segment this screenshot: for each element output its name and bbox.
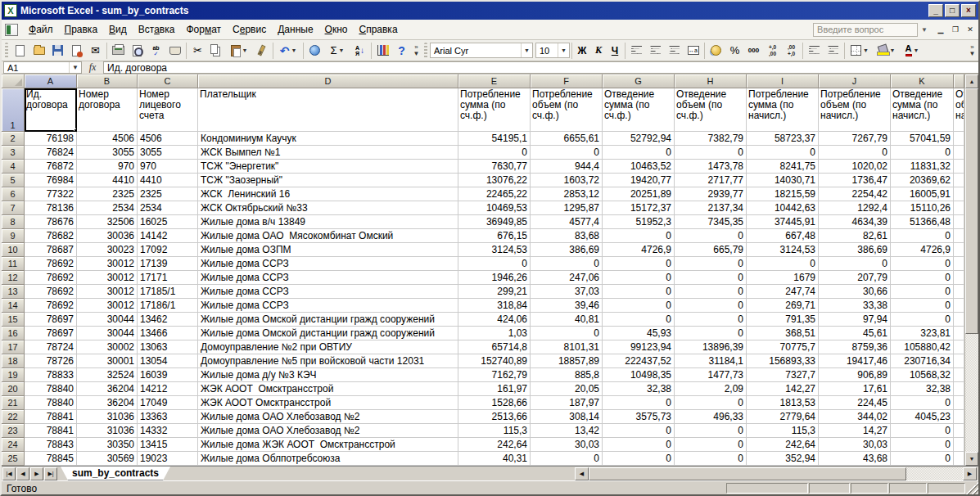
fill-handle[interactable] (74, 129, 77, 132)
cell[interactable]: 352,94 (747, 452, 819, 466)
new-button[interactable] (11, 42, 29, 60)
cell[interactable]: 7327,7 (747, 368, 819, 382)
row-header-12[interactable]: 12 (2, 271, 25, 285)
cell[interactable]: 13415 (138, 438, 198, 452)
column-header-e[interactable]: E (458, 74, 531, 88)
cell[interactable]: 13363 (138, 410, 198, 424)
cell[interactable]: 39,46 (531, 299, 603, 313)
cell[interactable]: 18215,59 (747, 187, 819, 201)
paste-dropdown-icon[interactable]: ▼ (242, 47, 248, 53)
undo-button[interactable]: ↶▼ (275, 42, 301, 60)
cell[interactable]: 2254,42 (819, 187, 891, 201)
cell[interactable]: 30,03 (531, 438, 603, 452)
cell[interactable]: Жилые дома ССРЗ (198, 285, 458, 299)
bold-button[interactable]: Ж (574, 43, 590, 59)
cell[interactable]: Жилые дома ССРЗ (198, 271, 458, 285)
cell[interactable]: 8759,36 (819, 340, 891, 354)
cell[interactable]: 4726,9 (891, 243, 954, 257)
cell[interactable]: 18857,89 (531, 354, 603, 368)
currency-button[interactable] (707, 42, 725, 60)
cell[interactable]: 0 (603, 299, 675, 313)
cell[interactable]: 17171 (138, 271, 198, 285)
autosum-dropdown-icon[interactable]: ▼ (339, 47, 345, 53)
cell[interactable]: 0 (458, 257, 531, 271)
cell[interactable]: 31036 (77, 410, 138, 424)
borders-dropdown-icon[interactable]: ▼ (863, 47, 869, 53)
cell[interactable]: 269,71 (747, 299, 819, 313)
cell[interactable]: 344,02 (819, 410, 891, 424)
cell[interactable]: 17186/1 (138, 299, 198, 313)
align-center-button[interactable] (646, 42, 665, 60)
cell[interactable]: 19420,77 (603, 174, 675, 187)
cell[interactable]: 222437,52 (603, 354, 675, 368)
cell[interactable]: 78845 (25, 452, 77, 466)
cell[interactable]: Жилые дома ОАО Мясокомбинат Омский (198, 229, 458, 243)
cell[interactable]: 51366,48 (891, 215, 954, 229)
cell[interactable]: 0 (603, 313, 675, 327)
email-button[interactable]: ✉ (86, 42, 105, 60)
cell[interactable]: 0 (458, 146, 531, 160)
cell[interactable] (954, 257, 964, 271)
cell[interactable]: 65714,8 (458, 340, 531, 354)
cell[interactable]: 0 (675, 271, 747, 285)
cell[interactable]: 1295,87 (531, 201, 603, 215)
cell[interactable]: 7382,79 (675, 132, 747, 146)
cell[interactable]: 224,45 (819, 396, 891, 410)
row-header-8[interactable]: 8 (2, 215, 25, 229)
menu-item-формат[interactable]: Формат (180, 21, 227, 38)
cell[interactable]: 2325 (77, 187, 138, 201)
cell[interactable]: 16039 (138, 368, 198, 382)
print-button[interactable] (109, 42, 128, 60)
cell[interactable]: 6655,61 (531, 132, 603, 146)
cell[interactable] (954, 382, 964, 396)
menu-item-файл[interactable]: Файл (23, 21, 59, 38)
cell[interactable]: 187,97 (531, 396, 603, 410)
column-header-i[interactable]: I (747, 74, 819, 88)
cell[interactable] (954, 285, 964, 299)
cell[interactable]: 152740,89 (458, 354, 531, 368)
cell[interactable]: 82,61 (819, 229, 891, 243)
font-size-dropdown-icon[interactable]: ▼ (558, 43, 569, 57)
cell[interactable]: 83,68 (531, 229, 603, 243)
cell[interactable]: 13462 (138, 313, 198, 327)
cell[interactable]: 30023 (77, 243, 138, 257)
selected-cell-a1[interactable]: Ид. договора (25, 88, 77, 132)
font-name-dropdown-icon[interactable]: ▼ (521, 43, 532, 57)
cut-button[interactable]: ✂ (188, 42, 207, 60)
formatting-options-button[interactable]: »▼ (967, 42, 978, 60)
cell[interactable]: 1603,72 (531, 174, 603, 187)
cell[interactable]: 665,79 (675, 243, 747, 257)
next-sheet-button[interactable]: ▶ (30, 467, 43, 480)
horizontal-scroll-thumb[interactable] (589, 467, 906, 480)
cell[interactable]: 161,97 (458, 382, 531, 396)
cell[interactable]: 15110,26 (891, 201, 954, 215)
align-right-button[interactable] (665, 42, 684, 60)
cell[interactable]: 78692 (25, 257, 77, 271)
cell[interactable]: 30044 (77, 327, 138, 340)
cell[interactable]: 17139 (138, 257, 198, 271)
cell[interactable]: 78833 (25, 368, 77, 382)
cell[interactable]: ЖСК Октябрьский №33 (198, 201, 458, 215)
cell[interactable]: 1292,4 (819, 201, 891, 215)
cell[interactable]: 885,8 (531, 368, 603, 382)
cell[interactable]: 4410 (138, 174, 198, 187)
cell[interactable]: 51952,3 (603, 215, 675, 229)
cell[interactable]: 19417,46 (819, 354, 891, 368)
cell[interactable]: 242,64 (458, 438, 531, 452)
cell[interactable]: 0 (891, 438, 954, 452)
cell[interactable]: 0 (891, 285, 954, 299)
row-header-9[interactable]: 9 (2, 229, 25, 243)
cell[interactable]: 40,31 (458, 452, 531, 466)
font-color-dropdown-icon[interactable]: ▼ (914, 47, 919, 53)
cell[interactable]: 17049 (138, 396, 198, 410)
cell[interactable]: 207,79 (819, 271, 891, 285)
cell[interactable] (954, 299, 964, 313)
cell[interactable]: 31184,1 (675, 354, 747, 368)
cell[interactable]: 30,66 (819, 285, 891, 299)
research-button[interactable] (165, 42, 184, 60)
cell[interactable]: Домоуправление №5 при войсковой части 12… (198, 354, 458, 368)
cell[interactable]: 1477,73 (675, 368, 747, 382)
cell[interactable]: 0 (531, 146, 603, 160)
select-all-corner[interactable] (2, 74, 25, 88)
cell[interactable]: 676,15 (458, 229, 531, 243)
